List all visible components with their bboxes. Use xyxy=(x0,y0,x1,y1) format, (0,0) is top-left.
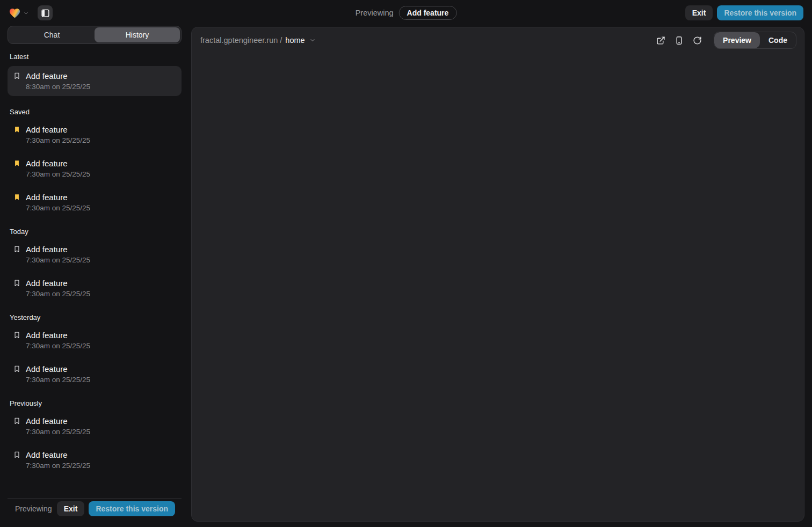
history-sidebar: Chat History Latest Add feature 8:30am o… xyxy=(8,26,182,519)
previewing-status-label: Previewing xyxy=(356,9,394,17)
bookmark-outline-icon xyxy=(13,417,21,425)
mobile-view-button[interactable] xyxy=(671,32,687,48)
mobile-icon xyxy=(675,36,684,45)
exit-button[interactable]: Exit xyxy=(57,501,85,516)
history-item-timestamp: 7:30am on 25/25/25 xyxy=(13,204,176,212)
history-item-title: Add feature xyxy=(26,331,68,340)
preview-panel: fractal.gptengineer.run / home xyxy=(191,27,804,522)
url-page: home xyxy=(285,36,305,45)
history-item-title: Add feature xyxy=(26,364,68,374)
history-item[interactable]: Add feature 7:30am on 25/25/25 xyxy=(8,275,182,302)
tab-preview[interactable]: Preview xyxy=(714,32,760,48)
tab-history[interactable]: History xyxy=(95,27,180,42)
history-item-timestamp: 7:30am on 25/25/25 xyxy=(13,462,176,470)
bookmark-outline-icon xyxy=(13,245,21,253)
sidebar-toggle-button[interactable] xyxy=(38,5,53,20)
history-item-timestamp: 7:30am on 25/25/25 xyxy=(13,342,176,350)
history-item-timestamp: 7:30am on 25/25/25 xyxy=(13,256,176,264)
bookmark-outline-icon xyxy=(13,451,21,459)
history-item-timestamp: 8:30am on 25/25/25 xyxy=(13,83,176,91)
history-item-timestamp: 7:30am on 25/25/25 xyxy=(13,136,176,144)
chat-history-tabs: Chat History xyxy=(8,26,182,44)
history-item[interactable]: Add feature 7:30am on 25/25/25 xyxy=(8,189,182,216)
url-selector[interactable]: fractal.gptengineer.run / home xyxy=(200,36,316,45)
bookmark-outline-icon xyxy=(13,279,21,287)
exit-button[interactable]: Exit xyxy=(685,5,713,20)
history-item-title: Add feature xyxy=(26,450,68,459)
history-item-timestamp: 7:30am on 25/25/25 xyxy=(13,428,176,436)
history-section-title: Today xyxy=(10,228,179,236)
preview-panel-header: fractal.gptengineer.run / home xyxy=(192,27,804,53)
tab-code[interactable]: Code xyxy=(760,32,796,48)
history-item-title: Add feature xyxy=(26,193,68,202)
external-link-icon xyxy=(656,36,665,45)
history-item[interactable]: Add feature 7:30am on 25/25/25 xyxy=(8,241,182,268)
sidebar-footer: Previewing Exit Restore this version xyxy=(8,498,182,519)
refresh-icon xyxy=(693,36,702,45)
chevron-down-icon xyxy=(23,10,29,16)
app-logo-menu[interactable] xyxy=(9,7,29,19)
preview-viewport xyxy=(192,53,804,521)
previewing-status-label: Previewing xyxy=(15,504,53,513)
history-list: Latest Add feature 8:30am on 25/25/25 Sa… xyxy=(8,44,182,498)
bookmark-outline-icon xyxy=(13,365,21,373)
bookmark-outline-icon xyxy=(13,72,21,80)
lovable-heart-icon xyxy=(9,7,21,19)
chevron-down-icon xyxy=(309,37,316,43)
history-section-title: Saved xyxy=(10,108,179,116)
history-section-title: Yesterday xyxy=(10,313,179,321)
bookmark-filled-icon xyxy=(13,193,21,201)
history-item[interactable]: Add feature 7:30am on 25/25/25 xyxy=(8,121,182,148)
topbar: Previewing Add feature Exit Restore this… xyxy=(0,0,812,26)
restore-version-button[interactable]: Restore this version xyxy=(717,5,803,20)
history-item-title: Add feature xyxy=(26,71,68,80)
history-item-timestamp: 7:30am on 25/25/25 xyxy=(13,376,176,384)
history-item[interactable]: Add feature 8:30am on 25/25/25 xyxy=(8,66,182,96)
bookmark-outline-icon xyxy=(13,331,21,339)
open-external-button[interactable] xyxy=(653,32,669,48)
tab-chat[interactable]: Chat xyxy=(9,27,95,42)
history-item-title: Add feature xyxy=(26,416,68,426)
panel-left-icon xyxy=(41,9,50,18)
history-item-timestamp: 7:30am on 25/25/25 xyxy=(13,170,176,178)
history-item[interactable]: Add feature 7:30am on 25/25/25 xyxy=(8,413,182,440)
preview-code-tabs: Preview Code xyxy=(714,32,796,49)
history-item-title: Add feature xyxy=(26,125,68,134)
history-section-title: Latest xyxy=(10,53,179,61)
version-badge: Add feature xyxy=(399,6,457,20)
refresh-button[interactable] xyxy=(689,32,705,48)
bookmark-filled-icon xyxy=(13,126,21,134)
history-section-title: Previously xyxy=(10,399,179,407)
history-item[interactable]: Add feature 7:30am on 25/25/25 xyxy=(8,155,182,182)
bookmark-filled-icon xyxy=(13,159,21,167)
history-item-title: Add feature xyxy=(26,159,68,168)
restore-version-button[interactable]: Restore this version xyxy=(89,501,175,516)
history-item[interactable]: Add feature 7:30am on 25/25/25 xyxy=(8,447,182,473)
url-prefix: fractal.gptengineer.run / xyxy=(200,36,282,45)
history-item[interactable]: Add feature 7:30am on 25/25/25 xyxy=(8,327,182,354)
history-item-title: Add feature xyxy=(26,245,68,254)
history-item-title: Add feature xyxy=(26,279,68,288)
history-item-timestamp: 7:30am on 25/25/25 xyxy=(13,290,176,298)
history-item[interactable]: Add feature 7:30am on 25/25/25 xyxy=(8,361,182,387)
